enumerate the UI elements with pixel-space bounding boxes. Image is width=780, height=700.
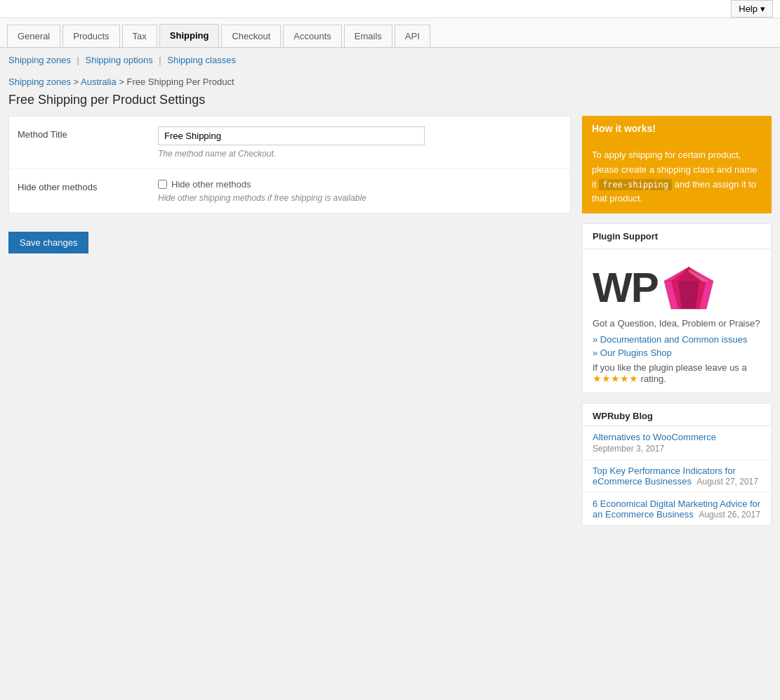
tab-tax[interactable]: Tax (122, 25, 157, 47)
settings-section: Method Title The method name at Checkout… (8, 116, 571, 213)
diamond-icon (661, 263, 717, 312)
rating-text-before: If you like the plugin please leave us a (593, 362, 747, 373)
sidebar: How it works! To apply shipping for cert… (582, 116, 772, 536)
hide-methods-checkbox[interactable] (158, 180, 167, 189)
plugin-support-card: Plugin Support WP Got a Question, Idea, … (582, 223, 772, 393)
method-title-input[interactable] (158, 126, 425, 145)
blog-post-1-date-inline: August 27, 2017 (697, 477, 758, 487)
documentation-link[interactable]: Documentation and Common issues (593, 334, 761, 345)
svg-marker-3 (678, 281, 699, 309)
main-layout: Method Title The method name at Checkout… (0, 116, 780, 550)
hide-methods-checkbox-label[interactable]: Hide other methods (171, 179, 251, 190)
tab-checkout[interactable]: Checkout (221, 25, 281, 47)
tab-general[interactable]: General (7, 25, 60, 47)
how-it-works-code: free-shipping (599, 179, 672, 190)
plugin-support-body: WP Got a Question, Idea, Problem or Prai… (583, 249, 771, 392)
hide-methods-checkbox-row: Hide other methods (158, 179, 562, 190)
tab-accounts[interactable]: Accounts (283, 25, 341, 47)
breadcrumb-shipping-zones[interactable]: Shipping zones (8, 77, 71, 87)
how-it-works-card: How it works! To apply shipping for cert… (582, 116, 772, 213)
method-title-label: Method Title (18, 126, 158, 140)
method-title-value-container: The method name at Checkout. (158, 126, 562, 159)
subnav-shipping-zones[interactable]: Shipping zones (8, 55, 71, 65)
plugin-support-header: Plugin Support (583, 224, 771, 249)
wp-logo: WP (593, 263, 761, 312)
blog-entry-0: Alternatives to WooCommerce September 3,… (583, 426, 771, 460)
blog-entry-2: 6 Economical Digital Marketing Advice fo… (583, 493, 771, 525)
breadcrumb-australia[interactable]: Australia (81, 77, 117, 87)
chevron-down-icon: ▾ (760, 4, 765, 14)
blog-entry-1: Top Key Performance Indicators for eComm… (583, 460, 771, 493)
help-label: Help (739, 4, 758, 14)
stars: ★★★★★ (593, 373, 638, 384)
tab-api[interactable]: API (395, 25, 430, 47)
method-title-row: Method Title The method name at Checkout… (9, 117, 570, 169)
page-title: Free Shipping per Product Settings (0, 90, 780, 116)
help-button[interactable]: Help ▾ (731, 0, 773, 18)
blog-post-2-date-inline: August 26, 2017 (699, 510, 760, 520)
save-changes-button[interactable]: Save changes (8, 232, 88, 253)
plugins-shop-link[interactable]: Our Plugins Shop (593, 348, 761, 358)
wp-text: WP (593, 267, 658, 309)
main-content: Method Title The method name at Checkout… (8, 116, 571, 536)
subnav-shipping-classes[interactable]: Shipping classes (167, 55, 236, 65)
breadcrumb: Shipping zones > Australia > Free Shippi… (0, 72, 780, 90)
blog-header: WPRuby Blog (583, 404, 771, 426)
breadcrumb-current: Free Shipping Per Product (126, 77, 234, 87)
nav-tabs: General Products Tax Shipping Checkout A… (0, 18, 780, 48)
tab-products[interactable]: Products (62, 25, 119, 47)
hide-methods-value-container: Hide other methods Hide other shipping m… (158, 179, 562, 203)
blog-card: WPRuby Blog Alternatives to WooCommerce … (582, 403, 772, 526)
blog-post-0-date: September 3, 2017 (593, 444, 761, 454)
support-text: Got a Question, Idea, Problem or Praise? (593, 318, 761, 329)
rating-text-after: rating. (641, 374, 666, 384)
how-it-works-header: How it works! (582, 116, 772, 141)
hide-methods-hint: Hide other shipping methods if free ship… (158, 193, 562, 203)
top-bar: Help ▾ (0, 0, 780, 18)
hide-methods-row: Hide other methods Hide other methods Hi… (9, 169, 570, 213)
method-title-hint: The method name at Checkout. (158, 149, 562, 159)
subnav: Shipping zones | Shipping options | Ship… (0, 48, 780, 72)
tab-emails[interactable]: Emails (344, 25, 392, 47)
hide-methods-label: Hide other methods (18, 179, 158, 192)
rating-line: If you like the plugin please leave us a… (593, 362, 761, 384)
how-it-works-body: To apply shipping for certain product, p… (582, 141, 772, 213)
blog-post-0-link[interactable]: Alternatives to WooCommerce (593, 432, 716, 442)
subnav-shipping-options[interactable]: Shipping options (86, 55, 153, 65)
tab-shipping[interactable]: Shipping (159, 24, 220, 47)
